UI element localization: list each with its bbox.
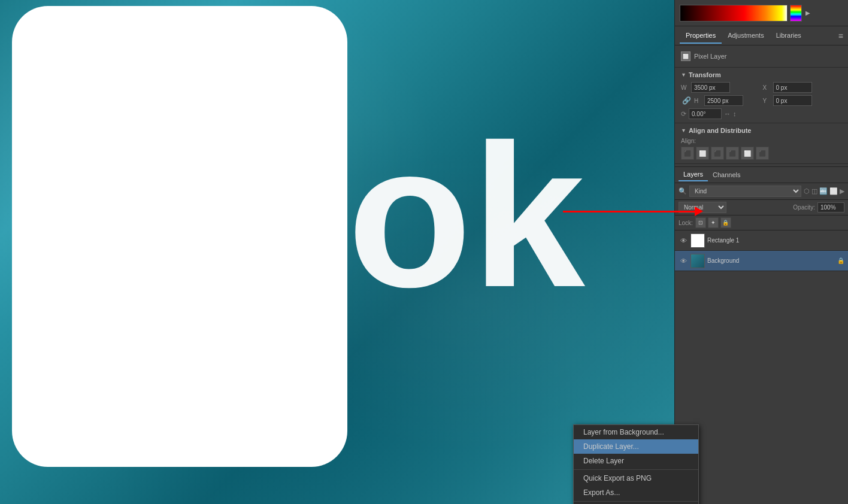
align-right-button[interactable]: ⬛ — [711, 147, 724, 160]
link-icon[interactable]: 🔗 — [681, 96, 692, 105]
panel-menu-icon[interactable]: ≡ — [838, 31, 843, 41]
lock-pixels-button[interactable]: ⊡ — [695, 217, 706, 228]
tab-libraries[interactable]: Libraries — [770, 28, 807, 44]
arrow-head — [695, 207, 703, 216]
layer-row-background[interactable]: 👁 Background 🔒 Layer from Background... … — [675, 251, 848, 271]
y-label: Y — [763, 98, 771, 104]
align-left-button[interactable]: ⬛ — [681, 147, 694, 160]
align-bottom-button[interactable]: ⬛ — [756, 147, 769, 160]
context-menu-item-delete[interactable]: Delete Layer — [574, 454, 698, 468]
layers-search: 🔍 Kind ⬡ ◫ 🔤 ⬜ ▶ — [675, 183, 848, 200]
opacity-label: Opacity: — [793, 204, 815, 211]
width-field-group: W — [681, 82, 761, 93]
transform-collapse-icon[interactable]: ▼ — [681, 72, 686, 78]
y-field-group: Y — [763, 95, 843, 106]
context-menu-item-export-as[interactable]: Export As... — [574, 485, 698, 500]
white-shape — [12, 6, 347, 467]
layer-name-2: Background — [707, 257, 835, 264]
transform-header: ▼ Transform — [681, 71, 842, 78]
height-label: H — [694, 98, 702, 104]
right-panel: ▶ Properties Adjustments Libraries ≡ ⬜ P… — [674, 0, 848, 504]
context-menu-item-layer-from-bg[interactable]: Layer from Background... — [574, 425, 698, 439]
pixel-layer-section: ⬜ Pixel Layer — [675, 45, 848, 68]
lock-position-button[interactable]: ✦ — [708, 217, 719, 228]
layers-tabs: Layers Channels — [675, 166, 848, 183]
context-menu-sep-1 — [574, 469, 698, 470]
arrow-indicator — [563, 207, 703, 216]
opacity-input[interactable] — [817, 202, 844, 212]
pixel-layer-icon: ⬜ — [681, 51, 690, 61]
align-center-v-button[interactable]: ⬜ — [741, 147, 754, 160]
height-field-group: 🔗 H — [681, 95, 761, 106]
flip-h-icon[interactable]: ↔ — [724, 110, 731, 117]
rotation-row: ⟳ ↔ ↕ — [681, 108, 842, 119]
pixel-layer-header: ⬜ Pixel Layer — [681, 49, 842, 63]
arrow-line — [563, 211, 695, 212]
layer-thumbnail — [690, 233, 705, 248]
context-menu: Layer from Background... Duplicate Layer… — [573, 424, 699, 504]
layer-visibility-toggle-2[interactable]: 👁 — [679, 256, 688, 266]
flip-v-icon[interactable]: ↕ — [733, 110, 737, 117]
layer-lock-icon: 🔒 — [837, 257, 844, 264]
canvas-text: ok — [347, 114, 585, 317]
transform-label: Transform — [689, 71, 721, 78]
align-label: Align and Distribute — [689, 127, 752, 134]
search-icon: 🔍 — [679, 187, 687, 195]
align-sublabel: Align: — [681, 138, 842, 144]
align-top-button[interactable]: ⬛ — [726, 147, 739, 160]
x-field-group: X — [763, 82, 843, 93]
transform-section: ▼ Transform W X 🔗 H Y ⟳ — [675, 68, 848, 123]
align-collapse-icon[interactable]: ▼ — [681, 127, 686, 133]
lock-all-button[interactable]: 🔒 — [720, 217, 731, 228]
filter-icons: ⬡ ◫ 🔤 ⬜ ▶ — [804, 187, 844, 195]
context-menu-item-duplicate[interactable]: Duplicate Layer... — [574, 439, 698, 454]
tab-adjustments[interactable]: Adjustments — [722, 28, 770, 44]
rotation-input[interactable] — [689, 108, 722, 119]
align-center-h-button[interactable]: ⬜ — [696, 147, 709, 160]
x-input[interactable] — [773, 82, 812, 93]
context-menu-item-quick-export[interactable]: Quick Export as PNG — [574, 471, 698, 485]
width-label: W — [681, 84, 689, 91]
color-gradient[interactable] — [680, 5, 788, 22]
align-section: ▼ Align and Distribute Align: ⬛ ⬜ ⬛ ⬛ ⬜ … — [675, 123, 848, 164]
layer-visibility-toggle[interactable]: 👁 — [679, 236, 688, 245]
lock-icons: ⊡ ✦ 🔒 — [695, 217, 731, 228]
tab-channels[interactable]: Channels — [708, 169, 745, 181]
layers-lock-row: Lock: ⊡ ✦ 🔒 — [675, 215, 848, 230]
panel-tabs: Properties Adjustments Libraries ≡ — [675, 26, 848, 45]
rotation-icon: ⟳ — [681, 110, 686, 118]
tab-properties[interactable]: Properties — [680, 28, 722, 44]
y-input[interactable] — [773, 95, 812, 106]
layer-name: Rectangle 1 — [707, 237, 844, 244]
height-input[interactable] — [704, 95, 743, 106]
pixel-layer-label: Pixel Layer — [694, 53, 726, 60]
layers-kind-select[interactable]: Kind — [689, 186, 801, 197]
context-menu-sep-2 — [574, 501, 698, 502]
align-header: ▼ Align and Distribute — [681, 127, 842, 134]
layer-row[interactable]: 👁 Rectangle 1 — [675, 230, 848, 251]
align-buttons: ⬛ ⬜ ⬛ ⬛ ⬜ ⬛ — [681, 147, 842, 160]
x-label: X — [763, 84, 771, 91]
layer-thumbnail-2 — [690, 254, 705, 268]
lock-label: Lock: — [679, 220, 693, 226]
tab-layers[interactable]: Layers — [679, 168, 708, 181]
color-rainbow[interactable] — [790, 5, 802, 22]
color-arrow-icon: ▶ — [805, 10, 810, 16]
color-bar: ▶ — [675, 0, 848, 26]
transform-fields: W X 🔗 H Y — [681, 82, 842, 106]
width-input[interactable] — [691, 82, 730, 93]
